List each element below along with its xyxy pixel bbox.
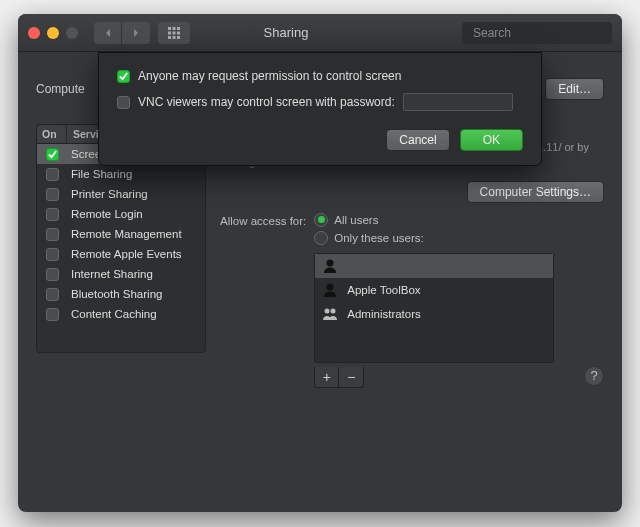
check-icon xyxy=(119,72,128,81)
service-label: Bluetooth Sharing xyxy=(67,288,205,300)
service-row[interactable]: Internet Sharing xyxy=(37,264,205,284)
checkbox-vnc-password[interactable] xyxy=(117,96,130,109)
ok-button[interactable]: OK xyxy=(460,129,523,151)
search-field[interactable] xyxy=(462,22,612,44)
close-icon[interactable] xyxy=(28,27,40,39)
radio-only-users-label: Only these users: xyxy=(334,232,423,244)
help-button[interactable]: ? xyxy=(584,366,604,386)
service-label: Printer Sharing xyxy=(67,188,205,200)
allow-access-label: Allow access for: xyxy=(220,213,306,227)
service-row[interactable]: Remote Apple Events xyxy=(37,244,205,264)
user-label: Apple ToolBox xyxy=(347,284,420,296)
user-row[interactable] xyxy=(315,254,553,278)
opt-anyone-label: Anyone may request permission to control… xyxy=(138,69,401,83)
svg-point-14 xyxy=(331,308,336,313)
user-label: Administrators xyxy=(347,308,421,320)
service-checkbox[interactable] xyxy=(46,188,59,201)
window-title: Sharing xyxy=(118,25,454,40)
col-on[interactable]: On xyxy=(37,125,67,143)
cancel-button[interactable]: Cancel xyxy=(386,129,449,151)
service-label: Remote Apple Events xyxy=(67,248,205,260)
service-checkbox[interactable] xyxy=(46,268,59,281)
users-list[interactable]: Apple ToolBoxAdministrators xyxy=(314,253,554,363)
zoom-icon xyxy=(66,27,78,39)
service-label: Content Caching xyxy=(67,308,205,320)
check-icon xyxy=(48,150,57,159)
user-icon xyxy=(321,257,339,275)
titlebar: Sharing xyxy=(18,14,622,52)
edit-button[interactable]: Edit… xyxy=(545,78,604,100)
service-label: File Sharing xyxy=(67,168,205,180)
search-input[interactable] xyxy=(473,26,622,40)
radio-only-users[interactable] xyxy=(314,231,328,245)
service-checkbox[interactable] xyxy=(46,288,59,301)
minimize-icon[interactable] xyxy=(47,27,59,39)
service-checkbox[interactable] xyxy=(46,168,59,181)
chevron-left-icon xyxy=(103,28,113,38)
service-checkbox[interactable] xyxy=(46,148,59,161)
computer-settings-sheet: Anyone may request permission to control… xyxy=(98,52,542,166)
radio-all-users[interactable] xyxy=(314,213,328,227)
service-label: Remote Login xyxy=(67,208,205,220)
checkbox-anyone-request[interactable] xyxy=(117,70,130,83)
user-icon xyxy=(321,281,339,299)
services-list[interactable]: Screen SharingFile SharingPrinter Sharin… xyxy=(36,143,206,353)
preferences-window: Sharing Compute Edit… On Service Screen … xyxy=(18,14,622,512)
service-checkbox[interactable] xyxy=(46,308,59,321)
service-row[interactable]: Remote Management xyxy=(37,224,205,244)
service-row[interactable]: Remote Login xyxy=(37,204,205,224)
window-controls xyxy=(28,27,78,39)
remove-user-button[interactable]: − xyxy=(339,367,363,387)
add-user-button[interactable]: + xyxy=(315,367,339,387)
service-row[interactable]: Printer Sharing xyxy=(37,184,205,204)
computer-settings-button[interactable]: Computer Settings… xyxy=(467,181,604,203)
user-row[interactable]: Apple ToolBox xyxy=(315,278,553,302)
service-row[interactable]: Content Caching xyxy=(37,304,205,324)
users-add-remove: + − xyxy=(314,367,364,388)
radio-all-users-label: All users xyxy=(334,214,378,226)
service-checkbox[interactable] xyxy=(46,228,59,241)
service-checkbox[interactable] xyxy=(46,208,59,221)
service-label: Internet Sharing xyxy=(67,268,205,280)
user-row[interactable]: Administrators xyxy=(315,302,553,326)
service-checkbox[interactable] xyxy=(46,248,59,261)
vnc-password-field[interactable] xyxy=(403,93,513,111)
opt-vnc-label: VNC viewers may control screen with pass… xyxy=(138,95,395,109)
service-row[interactable]: File Sharing xyxy=(37,164,205,184)
service-label: Remote Management xyxy=(67,228,205,240)
svg-point-11 xyxy=(327,259,334,266)
group-icon xyxy=(321,305,339,323)
svg-point-13 xyxy=(325,308,330,313)
svg-point-12 xyxy=(327,283,334,290)
computer-name-label: Compute xyxy=(36,82,85,96)
service-row[interactable]: Bluetooth Sharing xyxy=(37,284,205,304)
